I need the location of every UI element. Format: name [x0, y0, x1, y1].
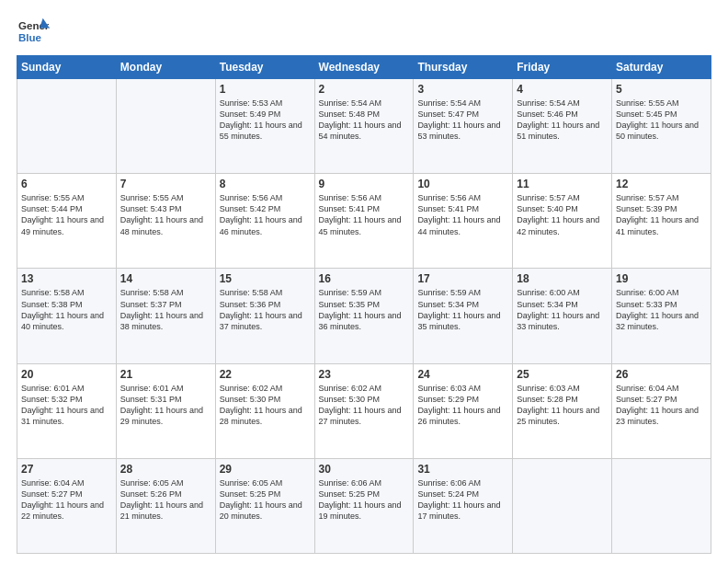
cell-line: Sunset: 5:36 PM [220, 300, 281, 309]
cell-line: Sunrise: 5:59 AM [319, 288, 382, 297]
day-number: 23 [319, 368, 410, 381]
cell-content: Sunrise: 5:54 AMSunset: 5:47 PMDaylight:… [417, 98, 508, 143]
cell-line: Sunset: 5:38 PM [21, 300, 83, 309]
cell-line: Daylight: 11 hours and 38 minutes. [120, 311, 203, 331]
day-number: 5 [616, 83, 707, 96]
day-number: 2 [319, 83, 410, 96]
day-number: 30 [319, 463, 410, 476]
cell-content: Sunrise: 5:57 AMSunset: 5:40 PMDaylight:… [517, 192, 608, 237]
cell-content: Sunrise: 6:03 AMSunset: 5:29 PMDaylight:… [417, 383, 508, 428]
cell-line: Sunrise: 6:05 AM [220, 478, 283, 488]
calendar-cell: 5Sunrise: 5:55 AMSunset: 5:45 PMDaylight… [612, 79, 711, 174]
cell-line: Daylight: 11 hours and 27 minutes. [319, 406, 402, 426]
calendar-cell [612, 458, 711, 553]
cell-content: Sunrise: 5:54 AMSunset: 5:46 PMDaylight:… [517, 98, 608, 143]
cell-line: Sunrise: 6:00 AM [517, 288, 580, 297]
calendar-cell: 2Sunrise: 5:54 AMSunset: 5:48 PMDaylight… [314, 79, 414, 174]
cell-line: Sunset: 5:25 PM [220, 489, 281, 499]
cell-line: Daylight: 11 hours and 55 minutes. [220, 121, 302, 141]
cell-line: Sunset: 5:32 PM [21, 395, 83, 404]
day-number: 3 [417, 83, 508, 96]
cell-line: Sunrise: 5:58 AM [120, 288, 184, 297]
col-header-sunday: Sunday [17, 56, 117, 79]
cell-line: Daylight: 11 hours and 44 minutes. [417, 215, 500, 236]
cell-line: Sunset: 5:46 PM [517, 109, 578, 119]
cell-line: Daylight: 11 hours and 23 minutes. [616, 406, 699, 426]
calendar-cell: 12Sunrise: 5:57 AMSunset: 5:39 PMDayligh… [612, 174, 711, 269]
cell-line: Daylight: 11 hours and 48 minutes. [120, 215, 203, 236]
cell-line: Daylight: 11 hours and 45 minutes. [319, 215, 402, 236]
cell-line: Sunrise: 5:59 AM [417, 288, 481, 297]
cell-line: Daylight: 11 hours and 54 minutes. [319, 121, 402, 141]
cell-line: Daylight: 11 hours and 29 minutes. [120, 406, 203, 426]
cell-line: Sunrise: 6:06 AM [319, 478, 382, 488]
cell-line: Daylight: 11 hours and 49 minutes. [21, 215, 104, 236]
cell-content: Sunrise: 6:02 AMSunset: 5:30 PMDaylight:… [319, 383, 410, 428]
cell-line: Sunrise: 5:55 AM [21, 193, 85, 202]
col-header-thursday: Thursday [414, 56, 513, 79]
logo: General Blue [17, 17, 50, 46]
calendar-cell: 4Sunrise: 5:54 AMSunset: 5:46 PMDaylight… [513, 79, 612, 174]
day-number: 24 [417, 368, 508, 381]
day-number: 14 [120, 272, 211, 285]
cell-content: Sunrise: 6:04 AMSunset: 5:27 PMDaylight:… [21, 477, 112, 523]
cell-line: Sunset: 5:30 PM [220, 395, 281, 404]
calendar-cell: 11Sunrise: 5:57 AMSunset: 5:40 PMDayligh… [513, 174, 612, 269]
cell-line: Daylight: 11 hours and 37 minutes. [220, 311, 302, 331]
col-header-saturday: Saturday [612, 56, 711, 79]
cell-content: Sunrise: 5:58 AMSunset: 5:37 PMDaylight:… [120, 287, 211, 332]
cell-line: Sunset: 5:24 PM [417, 489, 479, 499]
cell-content: Sunrise: 5:55 AMSunset: 5:45 PMDaylight:… [616, 98, 707, 143]
day-number: 8 [220, 178, 311, 190]
cell-content: Sunrise: 5:56 AMSunset: 5:41 PMDaylight:… [417, 192, 508, 237]
day-number: 1 [220, 83, 311, 96]
day-number: 9 [319, 178, 410, 190]
cell-content: Sunrise: 5:55 AMSunset: 5:44 PMDaylight:… [21, 192, 112, 237]
day-number: 26 [616, 368, 707, 381]
cell-line: Sunset: 5:27 PM [616, 395, 677, 404]
day-number: 19 [616, 272, 707, 285]
cell-content: Sunrise: 5:53 AMSunset: 5:49 PMDaylight:… [220, 98, 311, 143]
col-header-tuesday: Tuesday [215, 56, 314, 79]
week-row-4: 20Sunrise: 6:01 AMSunset: 5:32 PMDayligh… [17, 363, 711, 458]
cell-line: Sunset: 5:31 PM [120, 395, 182, 404]
cell-line: Sunset: 5:34 PM [517, 300, 578, 309]
cell-line: Sunset: 5:27 PM [21, 489, 83, 499]
day-number: 29 [220, 463, 311, 476]
day-number: 11 [517, 178, 608, 190]
day-number: 31 [417, 463, 508, 476]
cell-line: Sunset: 5:48 PM [319, 109, 381, 119]
cell-line: Daylight: 11 hours and 26 minutes. [417, 406, 500, 426]
cell-line: Sunrise: 6:02 AM [319, 384, 382, 393]
calendar-cell: 19Sunrise: 6:00 AMSunset: 5:33 PMDayligh… [612, 269, 711, 363]
calendar-cell: 20Sunrise: 6:01 AMSunset: 5:32 PMDayligh… [17, 363, 117, 458]
col-header-friday: Friday [513, 56, 612, 79]
cell-line: Sunset: 5:42 PM [220, 204, 281, 213]
cell-line: Sunset: 5:41 PM [417, 204, 479, 213]
day-number: 27 [21, 463, 112, 476]
cell-line: Sunrise: 5:57 AM [517, 193, 580, 202]
cell-line: Daylight: 11 hours and 31 minutes. [21, 406, 104, 426]
calendar-cell: 9Sunrise: 5:56 AMSunset: 5:41 PMDaylight… [314, 174, 414, 269]
calendar-cell: 8Sunrise: 5:56 AMSunset: 5:42 PMDaylight… [215, 174, 314, 269]
cell-line: Daylight: 11 hours and 46 minutes. [220, 215, 302, 236]
cell-line: Daylight: 11 hours and 53 minutes. [417, 121, 500, 141]
cell-content: Sunrise: 6:01 AMSunset: 5:32 PMDaylight:… [21, 383, 112, 428]
cell-line: Sunset: 5:43 PM [120, 204, 182, 213]
day-number: 4 [517, 83, 608, 96]
cell-line: Daylight: 11 hours and 33 minutes. [517, 311, 599, 331]
cell-line: Sunset: 5:41 PM [319, 204, 381, 213]
calendar-cell: 18Sunrise: 6:00 AMSunset: 5:34 PMDayligh… [513, 269, 612, 363]
cell-content: Sunrise: 5:56 AMSunset: 5:41 PMDaylight:… [319, 192, 410, 237]
cell-line: Sunrise: 6:01 AM [21, 384, 85, 393]
cell-line: Daylight: 11 hours and 17 minutes. [417, 500, 500, 521]
svg-text:Blue: Blue [18, 32, 42, 43]
calendar-cell: 6Sunrise: 5:55 AMSunset: 5:44 PMDaylight… [17, 174, 117, 269]
cell-line: Sunrise: 6:02 AM [220, 384, 283, 393]
cell-line: Sunset: 5:45 PM [616, 109, 677, 119]
calendar-cell [513, 458, 612, 553]
cell-content: Sunrise: 6:00 AMSunset: 5:33 PMDaylight:… [616, 287, 707, 332]
cell-content: Sunrise: 5:54 AMSunset: 5:48 PMDaylight:… [319, 98, 410, 143]
calendar-cell: 22Sunrise: 6:02 AMSunset: 5:30 PMDayligh… [215, 363, 314, 458]
cell-line: Daylight: 11 hours and 21 minutes. [120, 500, 203, 521]
